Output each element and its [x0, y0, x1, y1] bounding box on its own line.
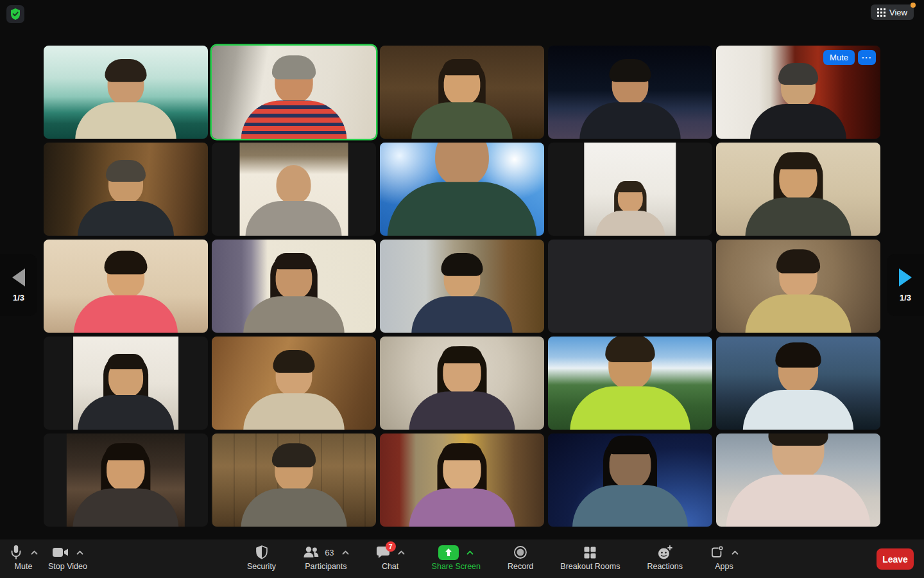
person-silhouette [562, 337, 699, 430]
hair-fringe [605, 337, 655, 362]
person-silhouette [234, 443, 354, 527]
person-silhouette [405, 253, 520, 333]
chat-button[interactable]: 7 Chat [371, 539, 410, 578]
shoulders [746, 198, 851, 236]
hair-fringe [775, 342, 821, 367]
video-tile[interactable] [380, 434, 544, 527]
notification-dot [911, 3, 916, 8]
shoulders [743, 390, 854, 430]
video-tile[interactable] [212, 240, 376, 333]
security-button[interactable]: Security [242, 539, 281, 578]
shoulders [570, 387, 690, 430]
video-tile[interactable] [548, 434, 712, 527]
video-tile[interactable]: Mute··· [716, 46, 880, 139]
video-tile[interactable] [380, 337, 544, 430]
participant-video [716, 337, 880, 430]
tile-hover-controls: Mute··· [823, 50, 876, 65]
person-silhouette [73, 354, 178, 430]
apps-button[interactable]: Apps [705, 539, 744, 578]
next-page-arrow-icon[interactable] [899, 268, 912, 286]
video-tile[interactable] [380, 240, 544, 333]
video-tile[interactable] [212, 46, 376, 139]
video-tile[interactable] [548, 143, 712, 236]
video-tile[interactable] [212, 337, 376, 430]
video-tile[interactable] [548, 46, 712, 139]
participant-video [548, 434, 712, 527]
shoulders [579, 102, 681, 139]
video-tile[interactable] [716, 337, 880, 430]
person-silhouette [234, 55, 354, 139]
breakout-rooms-button[interactable]: Breakout Rooms [555, 539, 625, 578]
security-icon [255, 545, 268, 559]
previous-page-control[interactable]: 1/3 [0, 254, 37, 316]
person-silhouette [67, 251, 185, 333]
apps-icon [710, 545, 724, 559]
shoulders [241, 101, 347, 139]
person-silhouette [717, 434, 880, 527]
stop-video-button[interactable]: Stop Video [43, 539, 92, 578]
video-tile[interactable] [380, 143, 544, 236]
previous-page-arrow-icon[interactable] [12, 268, 25, 286]
participant-video [212, 337, 376, 430]
hair-fringe [609, 59, 651, 82]
video-tile[interactable] [44, 434, 208, 527]
shoulders [73, 489, 179, 527]
chevron-up-icon[interactable] [31, 550, 38, 555]
mute-label: Mute [15, 562, 33, 571]
video-tile[interactable] [44, 143, 208, 236]
reactions-smiley-icon [657, 545, 672, 560]
hair-fringe [608, 435, 653, 454]
next-page-control[interactable]: 1/3 [887, 254, 924, 316]
participant-video [548, 46, 712, 139]
chevron-up-icon[interactable] [342, 550, 349, 555]
chat-label: Chat [382, 562, 398, 571]
video-tile[interactable] [548, 240, 712, 333]
participant-video [380, 143, 544, 236]
hair-fringe [617, 181, 644, 192]
video-tile[interactable] [212, 143, 376, 236]
chevron-up-icon[interactable] [398, 550, 405, 555]
hair-fringe [105, 251, 148, 275]
view-button[interactable]: View [871, 4, 914, 20]
video-tile[interactable] [44, 337, 208, 430]
person-silhouette [402, 443, 522, 527]
more-options-button[interactable]: ··· [858, 50, 876, 65]
video-tile[interactable] [716, 143, 880, 236]
video-tile[interactable] [44, 240, 208, 333]
video-tile[interactable] [716, 240, 880, 333]
share-screen-button[interactable]: Share Screen [427, 539, 486, 578]
person-silhouette [237, 350, 352, 430]
hair-fringe [275, 253, 314, 269]
mute-participant-button[interactable]: Mute [823, 50, 855, 65]
chevron-up-icon[interactable] [466, 550, 474, 555]
meeting-info-shield-button[interactable] [6, 5, 24, 23]
chevron-up-icon[interactable] [732, 550, 739, 555]
shoulders [75, 102, 176, 139]
participants-count: 63 [325, 548, 334, 557]
mute-button[interactable]: Mute [4, 539, 43, 578]
hair-fringe [106, 160, 146, 182]
video-tile[interactable] [44, 46, 208, 139]
video-tile[interactable] [380, 46, 544, 139]
participant-video [716, 240, 880, 333]
toolbar-center-group: Security 63 Participants [242, 539, 744, 578]
page-indicator: 1/3 [900, 293, 911, 302]
record-button[interactable]: Record [502, 539, 538, 578]
shoulders [746, 295, 851, 333]
leave-button[interactable]: Leave [877, 548, 914, 570]
reactions-button[interactable]: Reactions [642, 539, 688, 578]
hair-fringe [105, 443, 146, 460]
participant-video [73, 337, 178, 430]
participant-video [212, 240, 376, 333]
person-silhouette [565, 435, 696, 527]
video-tile[interactable] [548, 337, 712, 430]
video-tile[interactable] [212, 434, 376, 527]
chevron-up-icon[interactable] [76, 550, 83, 555]
person-silhouette [739, 249, 859, 333]
reactions-label: Reactions [647, 562, 683, 571]
hair-fringe [441, 443, 483, 460]
video-tile[interactable] [716, 434, 880, 527]
participants-button[interactable]: 63 Participants [298, 539, 354, 578]
person-silhouette [380, 143, 544, 236]
record-icon [513, 545, 527, 559]
